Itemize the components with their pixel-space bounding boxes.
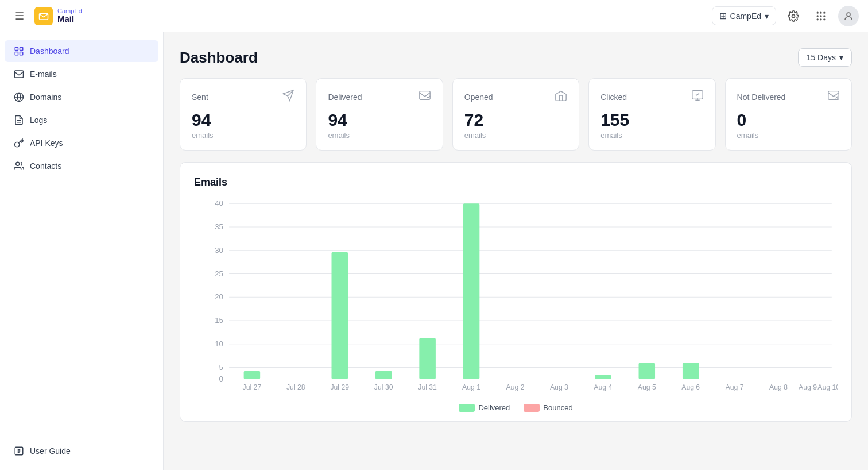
svg-text:Jul 31: Jul 31 (418, 383, 437, 391)
svg-point-7 (823, 15, 825, 17)
svg-point-4 (823, 11, 825, 13)
svg-text:25: 25 (215, 269, 223, 278)
svg-text:20: 20 (215, 292, 223, 301)
logo-text: CampEd Mail (57, 7, 82, 24)
dashboard-header: Dashboard 15 Days ▾ (180, 48, 852, 67)
sent-icon (282, 89, 294, 105)
user-avatar-button[interactable] (838, 6, 859, 26)
svg-point-3 (820, 11, 822, 13)
svg-rect-42 (244, 371, 261, 379)
hamburger-button[interactable]: ☰ (9, 6, 30, 26)
svg-point-5 (817, 15, 819, 17)
svg-point-1 (792, 14, 795, 17)
svg-text:Jul 28: Jul 28 (286, 383, 305, 391)
svg-rect-46 (463, 203, 480, 379)
svg-rect-22 (420, 91, 430, 100)
legend-bounced: Bounced (524, 403, 572, 412)
period-selector[interactable]: 15 Days ▾ (798, 48, 852, 67)
svg-text:Aug 6: Aug 6 (681, 383, 700, 391)
stat-card-not-delivered: Not Delivered 0 emails (725, 78, 852, 151)
org-selector[interactable]: ⊞ CampEd ▾ (712, 6, 776, 25)
svg-point-9 (820, 18, 822, 20)
logo-brand-bottom: Mail (57, 14, 82, 24)
apps-button[interactable] (811, 6, 831, 26)
layout: Dashboard E-mails Domains (0, 0, 868, 470)
svg-rect-45 (419, 338, 436, 379)
svg-point-8 (817, 18, 819, 20)
svg-text:Aug 8: Aug 8 (769, 383, 788, 391)
stat-label: Not Delivered (737, 93, 786, 102)
svg-point-6 (820, 15, 822, 17)
settings-button[interactable] (783, 6, 804, 26)
sidebar-item-contacts[interactable]: Contacts (5, 155, 158, 177)
dashboard-icon (14, 46, 24, 56)
stat-label: Delivered (328, 93, 362, 102)
chart-legend: Delivered Bounced (194, 403, 838, 412)
chart-card: Emails 40 35 30 25 20 (180, 162, 852, 422)
navbar: ☰ CampEd Mail ⊞ CampEd ▾ (0, 0, 868, 32)
svg-rect-13 (20, 47, 23, 50)
chevron-down-icon: ▾ (839, 53, 843, 62)
svg-text:Aug 10: Aug 10 (817, 383, 838, 391)
sidebar-item-emails[interactable]: E-mails (5, 63, 158, 85)
svg-text:Aug 9: Aug 9 (799, 383, 817, 391)
sidebar-item-label: Dashboard (30, 47, 69, 56)
stat-card-header: Not Delivered (737, 89, 840, 105)
svg-text:10: 10 (215, 340, 223, 348)
userguide-icon (14, 446, 24, 456)
svg-rect-14 (15, 52, 18, 55)
sidebar-bottom: User Guide (0, 432, 163, 470)
not-delivered-icon (827, 89, 840, 105)
svg-text:40: 40 (215, 199, 223, 207)
svg-point-11 (847, 13, 850, 16)
sidebar-nav: Dashboard E-mails Domains (0, 32, 163, 432)
svg-text:Aug 5: Aug 5 (638, 383, 656, 391)
svg-point-10 (823, 18, 825, 20)
svg-text:Jul 30: Jul 30 (374, 383, 393, 391)
svg-rect-44 (375, 371, 392, 379)
navbar-right: ⊞ CampEd ▾ (712, 6, 859, 26)
delivered-legend-label: Delivered (478, 403, 510, 412)
sidebar-item-userguide[interactable]: User Guide (5, 440, 158, 462)
org-icon: ⊞ (719, 10, 727, 21)
legend-delivered: Delivered (459, 403, 510, 412)
sidebar-item-dashboard[interactable]: Dashboard (5, 40, 158, 62)
stat-card-clicked: Clicked 155 emails (588, 78, 715, 151)
sidebar-item-apikeys[interactable]: API Keys (5, 132, 158, 154)
stat-card-header: Sent (192, 89, 294, 105)
svg-rect-49 (683, 363, 699, 379)
email-icon (14, 69, 24, 79)
chart-title: Emails (194, 176, 838, 188)
stat-sub: emails (737, 131, 840, 140)
stat-label: Sent (192, 93, 208, 102)
stat-value: 94 (192, 111, 294, 129)
bounced-legend-label: Bounced (543, 403, 572, 412)
navbar-left: ☰ CampEd Mail (9, 6, 82, 26)
stat-label: Opened (464, 93, 493, 102)
sidebar-item-domains[interactable]: Domains (5, 86, 158, 108)
clicked-icon (691, 89, 704, 105)
stat-card-sent: Sent 94 emails (180, 78, 307, 151)
svg-rect-48 (639, 363, 656, 379)
svg-text:35: 35 (215, 222, 223, 231)
svg-text:Aug 3: Aug 3 (550, 383, 568, 391)
svg-rect-12 (15, 47, 18, 50)
svg-rect-43 (331, 252, 348, 379)
stat-value: 72 (464, 111, 567, 129)
stat-sub: emails (192, 131, 294, 140)
stat-value: 94 (328, 111, 431, 129)
logo: CampEd Mail (34, 7, 82, 25)
sidebar-item-label: Contacts (30, 161, 61, 171)
stat-value: 155 (600, 111, 703, 129)
stat-card-header: Delivered (328, 89, 431, 105)
sidebar-item-logs[interactable]: Logs (5, 109, 158, 131)
sidebar: Dashboard E-mails Domains (0, 32, 164, 470)
svg-rect-15 (20, 52, 23, 55)
opened-icon (555, 89, 567, 105)
contacts-icon (14, 161, 24, 171)
stat-sub: emails (328, 131, 431, 140)
delivered-color-swatch (459, 404, 475, 412)
stat-card-opened: Opened 72 emails (452, 78, 579, 151)
stat-label: Clicked (600, 93, 627, 102)
stat-sub: emails (600, 131, 703, 140)
